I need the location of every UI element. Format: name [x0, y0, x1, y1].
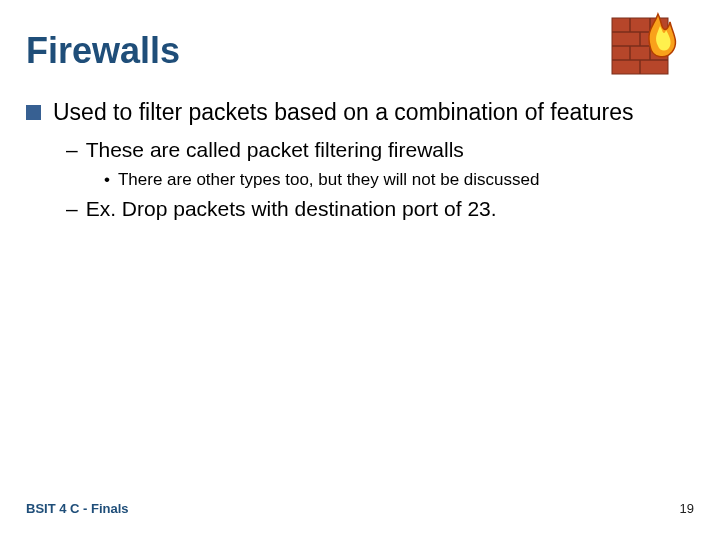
bullet-sub2-text: Ex. Drop packets with destination port o… — [86, 196, 497, 222]
page-number: 19 — [680, 501, 694, 516]
footer-text: BSIT 4 C - Finals — [26, 501, 129, 516]
dash-bullet-icon: – — [66, 196, 78, 222]
slide: Firewalls Used to filter packets based o… — [0, 0, 720, 540]
bullet-level1: – Ex. Drop packets with destination port… — [66, 196, 694, 222]
firewall-icon — [610, 12, 690, 78]
slide-title: Firewalls — [26, 30, 694, 72]
dot-bullet-icon: • — [104, 169, 110, 190]
bullet-sub1a-text: There are other types too, but they will… — [118, 169, 539, 190]
bullet-level2: • There are other types too, but they wi… — [104, 169, 694, 190]
bullet-main-text: Used to filter packets based on a combin… — [53, 98, 633, 127]
bullet-level1: – These are called packet filtering fire… — [66, 137, 694, 163]
square-bullet-icon — [26, 105, 41, 120]
bullet-level0: Used to filter packets based on a combin… — [26, 98, 694, 127]
slide-content: Used to filter packets based on a combin… — [26, 98, 694, 223]
dash-bullet-icon: – — [66, 137, 78, 163]
bullet-sub1-text: These are called packet filtering firewa… — [86, 137, 464, 163]
